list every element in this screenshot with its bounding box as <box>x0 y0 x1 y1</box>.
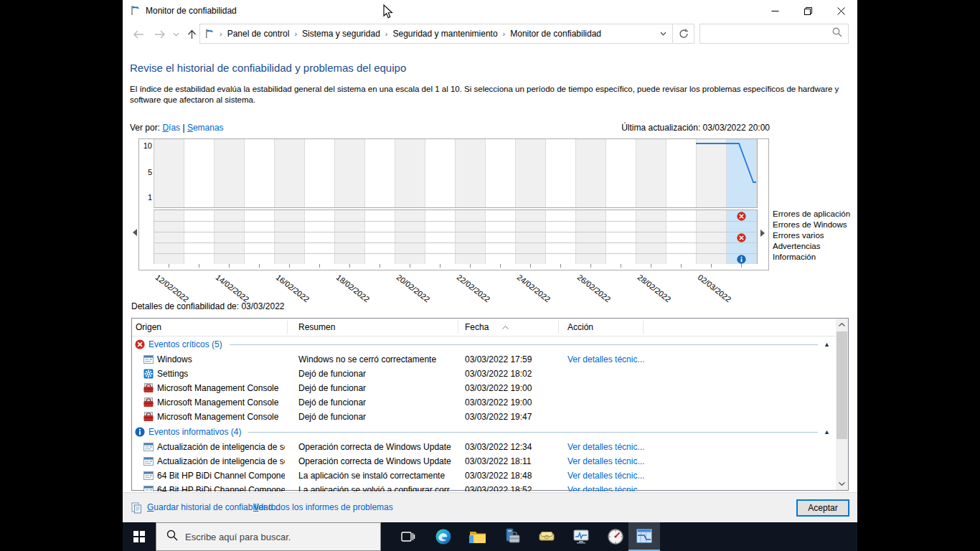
chart-plot-area[interactable] <box>154 139 758 208</box>
table-header[interactable]: OrigenResumenFechaAcción <box>132 319 836 336</box>
table-row[interactable]: 64 Bit HP BiDi Channel Compone...La apli… <box>132 468 836 483</box>
resource-monitor-icon[interactable] <box>564 522 598 551</box>
last-update-label: Última actualización: 03/03/2022 20:00 <box>621 123 770 133</box>
breadcrumb-bar[interactable]: ›Panel de control›Sistema y seguridad›Se… <box>199 24 673 44</box>
mmc-app-icon <box>143 412 154 422</box>
accept-button[interactable]: Aceptar <box>796 499 849 517</box>
chart-day-column[interactable] <box>697 210 727 264</box>
task-view-button[interactable] <box>391 522 425 551</box>
chart-day-column[interactable] <box>636 210 666 264</box>
restore-button[interactable] <box>791 0 824 22</box>
minimize-button[interactable] <box>758 0 791 22</box>
view-technical-details-link[interactable]: Ver detalles técnic... <box>567 485 644 491</box>
forward-button[interactable] <box>151 26 169 43</box>
footer-bar: Guardar historial de confiabilidad... Ve… <box>123 492 857 522</box>
chart-day-column[interactable] <box>425 210 456 264</box>
chart-day-column[interactable] <box>606 210 636 264</box>
sort-ascending-icon <box>502 319 509 332</box>
cell-resumen: Dejó de funcionar <box>298 397 453 408</box>
column-header-origen[interactable]: Origen <box>136 322 161 332</box>
table-row[interactable]: WindowsWindows no se cerró correctamente… <box>132 352 836 367</box>
event-group-header[interactable]: Eventos informativos (4)▲ <box>132 424 836 440</box>
chart-scroll-left-arrow[interactable] <box>133 229 137 236</box>
view-technical-details-link[interactable]: Ver detalles técnic... <box>567 471 644 481</box>
chart-day-column[interactable] <box>305 210 335 264</box>
chart-day-column[interactable] <box>576 210 606 264</box>
table-row[interactable]: Microsoft Management ConsoleDejó de func… <box>132 395 836 410</box>
cell-resumen: Operación correcta de Windows Update <box>298 442 453 452</box>
file-explorer-icon[interactable] <box>461 522 495 551</box>
search-box[interactable] <box>699 24 849 44</box>
chart-day-column[interactable] <box>215 210 245 264</box>
performance-monitor-icon[interactable] <box>598 522 633 551</box>
chart-day-column[interactable] <box>666 210 697 264</box>
breadcrumb-item[interactable]: Monitor de confiabilidad <box>510 29 601 39</box>
search-input[interactable] <box>700 29 832 39</box>
view-technical-details-link[interactable]: Ver detalles técnic... <box>567 442 644 452</box>
back-button[interactable] <box>130 26 147 43</box>
start-button[interactable] <box>123 522 156 551</box>
application-icon <box>143 442 154 452</box>
chart-tick <box>229 264 230 268</box>
recent-pages-dropdown[interactable] <box>170 26 182 43</box>
column-header-fecha[interactable]: Fecha <box>465 322 489 332</box>
view-by-days-link[interactable]: Días <box>162 123 180 133</box>
refresh-button[interactable] <box>673 24 694 44</box>
row-app-icon <box>143 354 154 364</box>
chart-day-column[interactable] <box>395 210 425 264</box>
chart-day-column[interactable] <box>184 210 215 264</box>
breadcrumb-item[interactable]: Sistema y seguridad <box>302 29 380 39</box>
chart-event-rows[interactable] <box>154 209 758 264</box>
chart-day-column[interactable] <box>245 210 275 264</box>
chart-tick <box>500 264 501 268</box>
breadcrumb-item[interactable]: Seguridad y mantenimiento <box>392 29 497 39</box>
scrollbar-up-arrow[interactable] <box>836 319 848 331</box>
chart-day-column[interactable] <box>546 210 576 264</box>
table-row[interactable]: SettingsDejó de funcionar03/03/2022 18:0… <box>132 367 836 381</box>
search-icon[interactable] <box>832 27 842 40</box>
group-collapse-arrow[interactable]: ▲ <box>824 342 830 348</box>
view-technical-details-link[interactable]: Ver detalles técnic... <box>567 456 644 466</box>
cell-origen: 64 Bit HP BiDi Channel Compone... <box>157 485 285 491</box>
breadcrumb-item[interactable]: Panel de control <box>227 29 290 39</box>
view-by-weeks-link[interactable]: Semanas <box>187 123 224 133</box>
edge-browser-icon[interactable] <box>426 522 461 551</box>
critical-error-icon <box>135 339 145 349</box>
chart-day-column[interactable] <box>516 210 546 264</box>
cell-fecha: 03/03/2022 12:34 <box>465 442 532 452</box>
chart-scroll-right-arrow[interactable] <box>760 230 765 237</box>
scrollbar-thumb[interactable] <box>837 331 847 439</box>
table-row[interactable]: 64 Bit HP BiDi Channel Compone...La apli… <box>132 483 836 491</box>
column-header-accion[interactable]: Acción <box>567 322 593 332</box>
taskbar-search-box[interactable]: Escribe aquí para buscar. <box>156 522 381 551</box>
notes-icon[interactable] <box>529 522 564 551</box>
taskbar-search-placeholder: Escribe aquí para buscar. <box>185 532 291 542</box>
details-table: OrigenResumenFechaAcción Eventos crítico… <box>131 318 849 491</box>
group-collapse-arrow[interactable]: ▲ <box>824 429 830 435</box>
chart-day-column[interactable] <box>154 210 184 264</box>
close-button[interactable] <box>824 0 857 22</box>
view-technical-details-link[interactable]: Ver detalles técnic... <box>567 354 644 364</box>
table-row[interactable]: Microsoft Management ConsoleDejó de func… <box>132 381 836 395</box>
chart-day-column[interactable] <box>456 210 486 264</box>
cell-resumen: Dejó de funcionar <box>298 369 453 379</box>
chart-row-divider <box>154 221 757 222</box>
view-all-reports-link[interactable]: Ver todos los informes de problemas <box>253 502 393 512</box>
chart-day-column[interactable] <box>335 210 365 264</box>
admin-tools-icon[interactable] <box>495 522 529 551</box>
vertical-scrollbar[interactable] <box>836 319 848 490</box>
group-divider-line <box>230 344 818 345</box>
table-row[interactable]: Microsoft Management ConsoleDejó de func… <box>132 410 836 424</box>
event-group-header[interactable]: Eventos críticos (5)▲ <box>132 336 836 352</box>
chart-day-column[interactable] <box>275 210 305 264</box>
chart-day-column[interactable] <box>365 210 395 264</box>
critical-error-icon <box>737 233 746 242</box>
scrollbar-down-arrow[interactable] <box>836 478 848 490</box>
chart-day-column[interactable] <box>486 210 516 264</box>
column-header-resumen[interactable]: Resumen <box>298 322 335 332</box>
reliability-monitor-icon-active[interactable] <box>628 522 660 551</box>
up-button[interactable] <box>183 26 200 43</box>
table-row[interactable]: Actualización de inteligencia de se...Op… <box>132 454 836 468</box>
table-row[interactable]: Actualización de inteligencia de se...Op… <box>132 440 836 454</box>
address-dropdown-chevron-icon[interactable] <box>654 24 672 43</box>
